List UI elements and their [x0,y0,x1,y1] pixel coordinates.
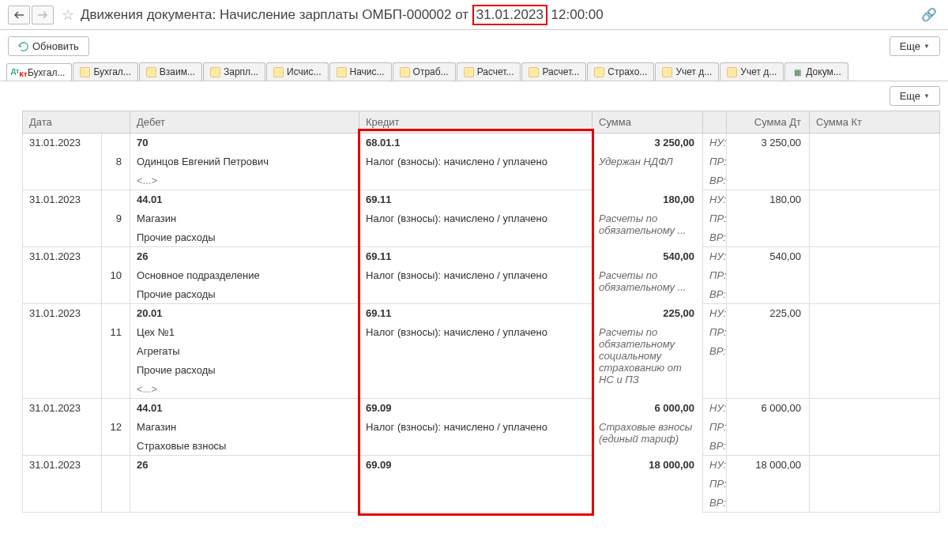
more-button-2[interactable]: Еще ▼ [890,86,940,106]
cell-debit-acc: 26 [130,247,359,266]
table-row[interactable]: 31.01.20237068.01.13 250,00НУ:3 250,00 [23,133,940,152]
table-row[interactable]: 31.01.202344.0169.11180,00НУ:180,00 [23,190,940,209]
cell-num [102,304,130,323]
tab-6[interactable]: Отраб... [393,62,456,81]
cell-tag: ВР: [703,228,727,247]
tab-12[interactable]: ▦Докум... [784,62,848,81]
cell-sum-desc: Удержан НДФЛ [592,152,703,190]
table-row[interactable]: Прочие расходы [23,361,940,380]
link-icon[interactable]: 🔗 [918,7,940,22]
col-sum-kt[interactable]: Сумма Кт [810,111,940,133]
cell-kredit-line: Налог (взносы): начислено / уплачено [359,266,592,285]
table-row[interactable]: 31.01.202320.0169.11225,00НУ:225,00 [23,304,940,323]
cell-kredit-acc: 68.01.1 [359,133,592,152]
cell-sum-kt [810,399,940,418]
cell-kredit-line [359,361,592,380]
tab-label: Отраб... [413,66,449,77]
col-kredit[interactable]: Кредит [359,111,592,133]
cell-line-num: 9 [102,209,130,228]
nav-back-button[interactable] [8,6,30,24]
cell-sum-dt: 18 000,00 [727,456,810,475]
cell-sum-dt: 6 000,00 [727,399,810,418]
table-row[interactable]: 12МагазинНалог (взносы): начислено / упл… [23,418,940,437]
col-debit[interactable]: Дебет [130,111,359,133]
tab-2[interactable]: Взаим... [139,62,202,81]
register-icon [400,67,410,77]
dtkt-icon: ДтКт [13,67,24,78]
chevron-down-icon: ▼ [924,92,930,100]
tab-label: Бухгал... [93,66,130,77]
cell-date: 31.01.2023 [23,190,102,209]
date-highlight: 31.01.2023 [472,5,547,25]
tab-label: Начис... [350,66,385,77]
register-icon [273,67,284,77]
table-row[interactable]: 9МагазинНалог (взносы): начислено / упла… [23,209,940,228]
cell-line-num: 11 [102,323,130,342]
cell-tag-nu: НУ: [703,399,727,418]
tab-1[interactable]: Бухгал... [73,62,137,81]
tab-5[interactable]: Начис... [329,62,392,81]
cell-kredit-line [359,342,592,361]
register-icon [662,67,672,77]
tab-8[interactable]: Расчет... [521,62,586,81]
table-row[interactable]: 31.01.20232669.11540,00НУ:540,00 [23,247,940,266]
cell-line-num [102,171,130,190]
cell-tag: ВР: [703,437,727,456]
col-date[interactable]: Дата [23,111,130,133]
col-tag [703,111,727,133]
table-row[interactable]: ПР: [23,475,940,494]
table-row[interactable]: 31.01.20232669.0918 000,00НУ:18 000,00 [23,456,940,475]
table-row[interactable]: 11Цех №1Налог (взносы): начислено / упла… [23,323,940,342]
postings-table: Дата Дебет Кредит Сумма Сумма Дт Сумма К… [22,111,940,513]
col-sum-dt[interactable]: Сумма Дт [727,111,810,133]
tab-label: Расчет... [542,66,579,77]
cell-tag: ВР: [703,171,727,190]
nav-forward-button[interactable] [32,6,54,24]
cell-tag [703,361,727,380]
col-sum[interactable]: Сумма [592,111,703,133]
tab-label: Зарпл... [224,66,258,77]
tab-11[interactable]: Учет д... [720,62,784,81]
table-row[interactable]: 10Основное подразделениеНалог (взносы): … [23,266,940,285]
register-icon [727,67,737,77]
cell-sum-dt: 3 250,00 [727,133,810,152]
register-icon [80,67,90,77]
table-row[interactable]: Прочие расходыВР: [23,285,940,304]
table-row[interactable]: Страховые взносыВР: [23,437,940,456]
cell-tag: ПР: [703,418,727,437]
cell-debit-acc: 44.01 [130,399,359,418]
table-wrapper: Дата Дебет Кредит Сумма Сумма Дт Сумма К… [0,111,948,536]
table-row[interactable]: <...> [23,380,940,399]
tab-label: Бухгал... [28,67,65,78]
cell-kredit-line: Налог (взносы): начислено / уплачено [359,152,592,171]
table-row[interactable]: 31.01.202344.0169.096 000,00НУ:6 000,00 [23,399,940,418]
cell-debit-line: Страховые взносы [130,437,359,456]
tab-7[interactable]: Расчет... [457,62,521,81]
cell-debit-line: Агрегаты [130,342,359,361]
tab-10[interactable]: Учет д... [655,62,719,81]
table-row[interactable]: <...>ВР: [23,171,940,190]
cell-kredit-line: Налог (взносы): начислено / уплачено [359,323,592,342]
cell-tag: ВР: [703,494,727,513]
cell-date: 31.01.2023 [23,247,102,266]
cell-tag [703,380,727,399]
cell-tag: ПР: [703,152,727,171]
toolbar: Обновить Еще ▼ [0,30,948,62]
cell-line-num: 10 [102,266,130,285]
table-row[interactable]: АгрегатыВР: [23,342,940,361]
cell-kredit-line: Налог (взносы): начислено / уплачено [359,209,592,228]
table-row[interactable]: ВР: [23,494,940,513]
cell-sum-kt [810,133,940,152]
table-row[interactable]: Прочие расходыВР: [23,228,940,247]
tab-0[interactable]: ДтКтБухгал... [6,63,72,81]
refresh-button[interactable]: Обновить [8,36,89,56]
tab-9[interactable]: Страхо... [587,62,654,81]
cell-sum: 3 250,00 [592,133,703,152]
tab-3[interactable]: Зарпл... [203,62,265,81]
favorite-star-icon[interactable]: ☆ [62,6,74,24]
cell-sum-desc: Расчеты по обязательному социальному стр… [592,323,703,399]
table-row[interactable]: 8Одинцов Евгений ПетровичНалог (взносы):… [23,152,940,171]
cell-tag-nu: НУ: [703,190,727,209]
more-button[interactable]: Еще ▼ [890,36,940,56]
tab-4[interactable]: Исчис... [266,62,328,81]
